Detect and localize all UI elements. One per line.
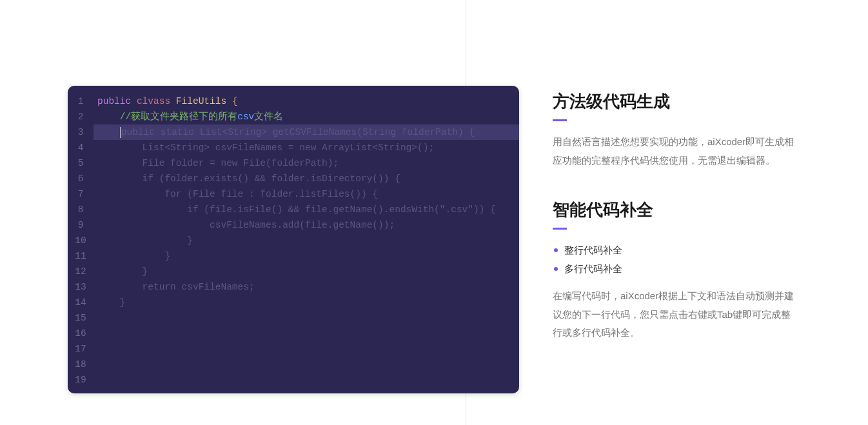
line-number: 9 [68,217,94,233]
feature-description: 在编写代码时，aiXcoder根据上下文和语法自动预测并建议您的下一行代码，您只… [553,287,798,342]
feature-code-generation: 方法级代码生成 用自然语言描述您想要实现的功能，aiXcoder即可生成相应功能… [553,90,798,170]
code-lines-area[interactable]: public clvass FileUtils { //获取文件夹路径下的所有c… [94,94,519,388]
ghost-suggestion: List<String> csvFileNames = new ArrayLis… [97,143,434,153]
code-editor-panel: 1 2 3 4 5 6 7 8 9 10 11 12 13 14 15 16 1… [68,86,519,393]
line-number: 11 [68,248,94,264]
line-number: 16 [68,326,94,341]
class-name: FileUtils [176,96,226,106]
code-line: //获取文件夹路径下的所有csv文件名 [94,109,519,124]
ghost-suggestion: File folder = new File(folderPath); [97,158,339,168]
ghost-suggestion: if (file.isFile() && file.getName().ends… [97,204,496,215]
code-line: if (file.isFile() && file.getName().ends… [94,202,519,217]
code-line: } [94,248,519,264]
ghost-suggestion: public static List<String> getCSVFileNam… [121,127,475,137]
comment-text: //获取文件夹路径下的所有 [120,112,237,122]
feature-title: 方法级代码生成 [553,90,798,113]
line-number: 18 [68,357,94,372]
line-number: 5 [68,155,94,171]
comment-text: 文件名 [254,112,283,122]
code-line: for (File file : folder.listFiles()) { [94,186,519,202]
feature-bullet-list: 整行代码补全 多行代码补全 [553,241,798,278]
feature-code-completion: 智能代码补全 整行代码补全 多行代码补全 在编写代码时，aiXcoder根据上下… [553,199,798,342]
code-line: } [94,264,519,279]
line-number: 3 [68,124,94,140]
line-number: 10 [68,233,94,248]
code-line: csvFileNames.add(file.getName()); [94,217,519,233]
comment-csv: csv [237,112,254,122]
line-number: 19 [68,372,94,388]
code-line: if (folder.exists() && folder.isDirector… [94,171,519,186]
title-underline [553,119,567,121]
code-line: public clvass FileUtils { [94,94,519,109]
line-number: 6 [68,171,94,186]
code-line: } [94,295,519,310]
indent [97,112,120,122]
line-number: 4 [68,140,94,155]
ghost-suggestion: } [97,297,126,308]
line-number: 8 [68,202,94,217]
line-number-gutter: 1 2 3 4 5 6 7 8 9 10 11 12 13 14 15 16 1… [68,94,94,388]
ghost-suggestion: for (File file : folder.listFiles()) { [97,189,378,199]
brace: { [232,96,238,106]
keyword-public: public [97,96,131,106]
list-item: 多行代码补全 [553,260,798,279]
indent [97,127,120,137]
line-number: 7 [68,186,94,202]
line-number: 14 [68,295,94,310]
line-number: 2 [68,109,94,124]
ghost-suggestion: } [97,235,193,246]
code-line-highlighted: public static List<String> getCSVFileNam… [94,124,519,140]
line-number: 1 [68,94,94,109]
ghost-suggestion: if (folder.exists() && folder.isDirector… [97,173,400,184]
line-number: 15 [68,310,94,326]
feature-title: 智能代码补全 [553,199,798,221]
line-number: 12 [68,264,94,279]
features-sidebar: 方法级代码生成 用自然语言描述您想要实现的功能，aiXcoder即可生成相应功能… [553,90,798,371]
line-number: 17 [68,341,94,357]
ghost-suggestion: return csvFileNames; [97,282,255,292]
cursor-icon [120,127,121,138]
feature-description: 用自然语言描述您想要实现的功能，aiXcoder即可生成相应功能的完整程序代码供… [553,133,798,170]
line-number: 13 [68,279,94,295]
code-line: File folder = new File(folderPath); [94,155,519,171]
ghost-suggestion: } [97,251,170,261]
code-content: 1 2 3 4 5 6 7 8 9 10 11 12 13 14 15 16 1… [68,86,519,388]
code-line: return csvFileNames; [94,279,519,295]
ghost-suggestion: } [97,266,148,277]
ghost-suggestion: csvFileNames.add(file.getName()); [97,220,395,230]
title-underline [553,228,567,230]
list-item: 整行代码补全 [553,241,798,260]
code-line: } [94,233,519,248]
keyword-class: clvass [137,96,170,106]
code-line: List<String> csvFileNames = new ArrayLis… [94,140,519,155]
